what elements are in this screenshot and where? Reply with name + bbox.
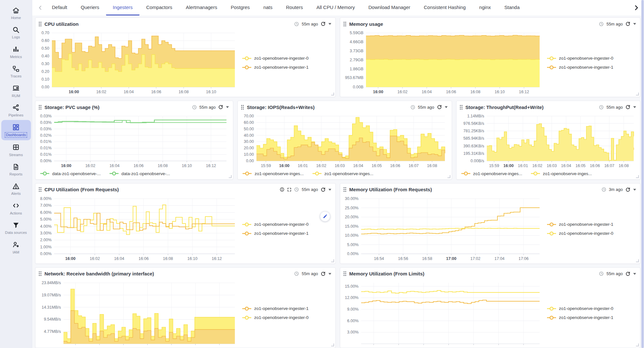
legend-item[interactable]: zo1-openobserve-inges... bbox=[461, 171, 522, 176]
time-ago-label[interactable]: 55m ago bbox=[606, 105, 623, 110]
legend-item[interactable]: data-zo1-openobserve-... bbox=[40, 171, 101, 176]
legend-item[interactable]: zo1-openobserve-ingester-1 bbox=[547, 65, 638, 70]
fullscreen-icon[interactable] bbox=[287, 187, 292, 192]
sidebar-item-reports[interactable]: Reports bbox=[1, 160, 31, 179]
memory-usage-chart[interactable]: 16:0016:0216:0416:0616:0816:1016:125.59G… bbox=[342, 30, 638, 95]
time-ago-label[interactable]: 55m ago bbox=[199, 105, 216, 110]
tab-download-manager[interactable]: Download Manager bbox=[361, 0, 417, 15]
svg-text:0.03%: 0.03% bbox=[40, 120, 52, 125]
refresh-icon[interactable] bbox=[437, 104, 442, 110]
tabs-scroll-left-button[interactable] bbox=[35, 5, 45, 11]
legend-item[interactable]: zo1-openobserve-ingester-1 bbox=[242, 231, 333, 236]
storage-throughput-chart[interactable]: 15:5916:0016:0116:0216:0316:0416:0516:06… bbox=[458, 113, 638, 178]
legend-item[interactable]: zo1-openobserve-ingester-0 bbox=[547, 231, 638, 236]
refresh-icon[interactable] bbox=[625, 187, 630, 192]
refresh-icon[interactable] bbox=[625, 104, 630, 110]
sidebar-item-rum[interactable]: RUM bbox=[1, 81, 31, 101]
tabs-scroll-right-button[interactable] bbox=[631, 5, 641, 11]
tab-alertmanagers[interactable]: Alertmanagers bbox=[179, 0, 224, 15]
tab-consistent-hashing[interactable]: Consistent Hashing bbox=[417, 0, 473, 15]
drag-handle-icon[interactable] bbox=[460, 105, 463, 110]
dropdown-caret-icon[interactable] bbox=[633, 188, 636, 191]
time-ago-label[interactable]: 55m ago bbox=[606, 271, 623, 276]
storage-pvc-usage-chart[interactable]: 16:0016:0216:0416:0616:0816:1016:120.03%… bbox=[37, 113, 230, 178]
sidebar-item-home[interactable]: Home bbox=[1, 3, 31, 23]
dropdown-caret-icon[interactable] bbox=[328, 273, 332, 275]
time-ago-label[interactable]: 55m ago bbox=[302, 271, 318, 276]
refresh-icon[interactable] bbox=[321, 187, 326, 192]
time-ago-label[interactable]: 55m ago bbox=[302, 187, 318, 192]
drag-handle-icon[interactable] bbox=[39, 187, 42, 192]
legend-label: zo1-openobserve-ingester-0 bbox=[254, 222, 309, 227]
memory-utilization-from-requests-chart[interactable]: 16:5416:5616:5817:0017:0217:0417:0630.00… bbox=[342, 196, 638, 262]
legend-item[interactable]: zo1-openobserve-ingester-0 bbox=[547, 56, 638, 61]
panel-controls: 55m ago bbox=[410, 104, 448, 110]
tab-nginx[interactable]: nginx bbox=[473, 0, 498, 15]
dropdown-caret-icon[interactable] bbox=[328, 23, 332, 25]
drag-handle-icon[interactable] bbox=[343, 271, 346, 276]
sidebar-item-logs[interactable]: Logs bbox=[1, 23, 31, 42]
memory-utilization-from-limits-chart[interactable]: 15.00%12.00%9.00%6.00%3.00%zo1-openobser… bbox=[342, 280, 638, 346]
sidebar-item-iam[interactable]: IAM bbox=[1, 238, 31, 257]
refresh-icon[interactable] bbox=[625, 271, 630, 276]
tab-standa[interactable]: Standa bbox=[497, 0, 526, 15]
time-ago-label[interactable]: 55m ago bbox=[302, 22, 318, 26]
legend-item[interactable]: data-zo1-openobserve-... bbox=[109, 171, 170, 176]
refresh-icon[interactable] bbox=[321, 271, 326, 276]
tab-postgres[interactable]: Postgres bbox=[224, 0, 256, 15]
refresh-icon[interactable] bbox=[321, 21, 326, 26]
drag-handle-icon[interactable] bbox=[343, 187, 346, 192]
sidebar-item-data-sources[interactable]: Data sources bbox=[1, 218, 31, 237]
sidebar-item-traces[interactable]: Traces bbox=[1, 62, 31, 81]
tab-default[interactable]: Default bbox=[45, 0, 74, 15]
legend-item[interactable]: zo1-openobserve-inges... bbox=[312, 171, 373, 176]
tab-routers[interactable]: Routers bbox=[279, 0, 310, 15]
sidebar-item-actions[interactable]: Actions bbox=[1, 199, 31, 218]
tab-all-cpu-memory[interactable]: All CPU / Memory bbox=[310, 0, 361, 15]
legend-item[interactable]: zo1-openobserve-ingester-0 bbox=[242, 222, 333, 227]
legend-item[interactable]: zo1-openobserve-ingester-0 bbox=[242, 315, 333, 320]
sidebar-item-pipelines[interactable]: Pipelines bbox=[1, 101, 31, 120]
svg-text:9.54MB/s: 9.54MB/s bbox=[44, 317, 61, 322]
tab-nats[interactable]: nats bbox=[256, 0, 279, 15]
legend-item[interactable]: zo1-openobserve-ingester-0 bbox=[242, 56, 333, 61]
cpu-utilization-from-requests-chart[interactable]: 16:0016:0216:0416:0616:0816:1016:128.00%… bbox=[37, 196, 333, 262]
legend-item[interactable]: zo1-openobserve-ingester-0 bbox=[547, 306, 638, 311]
tab-ingesters[interactable]: Ingesters bbox=[106, 0, 139, 15]
refresh-icon[interactable] bbox=[218, 104, 223, 110]
dropdown-caret-icon[interactable] bbox=[445, 106, 448, 108]
cpu-utilization-chart[interactable]: 16:0016:0216:0416:0616:0816:100.700.600.… bbox=[37, 30, 333, 95]
drag-handle-icon[interactable] bbox=[343, 22, 346, 26]
network-receive-bandwidth-chart[interactable]: 23.84MB/s19.07MB/s14.31MB/s9.54MB/s4.77M… bbox=[37, 280, 333, 346]
tab-queriers[interactable]: Queriers bbox=[74, 0, 106, 15]
legend-item[interactable]: zo1-openobserve-ingester-1 bbox=[547, 222, 638, 227]
drag-handle-icon[interactable] bbox=[39, 22, 42, 26]
drag-handle-icon[interactable] bbox=[241, 105, 244, 110]
svg-text:16:08: 16:08 bbox=[158, 164, 168, 168]
sidebar-item-streams[interactable]: Streams bbox=[1, 140, 31, 160]
time-ago-label[interactable]: 55m ago bbox=[418, 105, 434, 110]
dropdown-caret-icon[interactable] bbox=[633, 106, 636, 108]
refresh-icon[interactable] bbox=[625, 21, 630, 26]
time-ago-label[interactable]: 3m ago bbox=[609, 187, 623, 192]
legend-item[interactable]: zo1-openobserve-ingester-1 bbox=[242, 306, 333, 311]
time-ago-label[interactable]: 55m ago bbox=[606, 22, 623, 26]
legend-item[interactable]: zo1-openobserve-ingester-1 bbox=[547, 315, 638, 320]
sidebar-item-alerts[interactable]: Alerts bbox=[1, 179, 31, 198]
drag-handle-icon[interactable] bbox=[39, 105, 42, 110]
scrollbar-thumb[interactable] bbox=[641, 0, 644, 348]
tab-compactors[interactable]: Compactors bbox=[139, 0, 179, 15]
legend-item[interactable]: zo1-openobserve-ingester-1 bbox=[242, 65, 333, 70]
info-icon[interactable] bbox=[280, 187, 284, 192]
dropdown-caret-icon[interactable] bbox=[633, 273, 636, 275]
storage-iops-chart[interactable]: 15:5916:0016:0116:0216:0316:0416:0516:06… bbox=[240, 113, 449, 178]
dropdown-caret-icon[interactable] bbox=[328, 188, 332, 191]
legend-item[interactable]: zo1-openobserve-inges... bbox=[242, 171, 303, 176]
edit-panel-button[interactable] bbox=[320, 211, 330, 222]
sidebar-item-dashboards[interactable]: Dashboards bbox=[1, 120, 31, 140]
drag-handle-icon[interactable] bbox=[39, 271, 42, 276]
sidebar-item-metrics[interactable]: Metrics bbox=[1, 42, 31, 62]
legend-item[interactable]: zo1-openobserve-inges... bbox=[531, 171, 592, 176]
dropdown-caret-icon[interactable] bbox=[226, 106, 229, 108]
dropdown-caret-icon[interactable] bbox=[633, 23, 636, 25]
